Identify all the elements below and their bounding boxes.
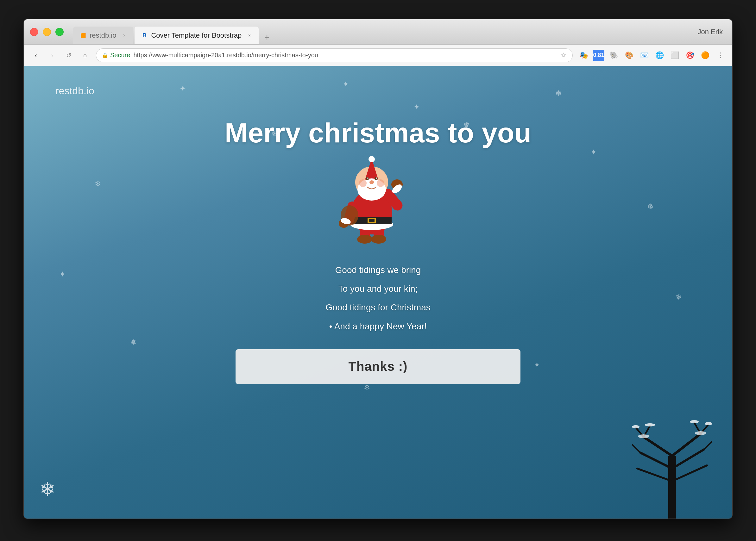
svg-point-48 bbox=[690, 420, 699, 423]
star-icon[interactable]: ☆ bbox=[560, 51, 567, 60]
svg-line-37 bbox=[672, 465, 707, 481]
svg-rect-8 bbox=[369, 219, 375, 222]
main-title: Merry christmas to you bbox=[225, 117, 531, 149]
extension-icon-6[interactable]: 🌐 bbox=[654, 50, 665, 61]
tab-favicon-bootstrap: B bbox=[141, 32, 148, 39]
nav-actions: 🎭 0.81 🐘 🎨 📧 🌐 ⬜ 🎯 🟠 ⋮ bbox=[578, 50, 726, 61]
add-tab-button[interactable]: + bbox=[260, 30, 274, 44]
svg-point-47 bbox=[705, 422, 712, 425]
svg-line-34 bbox=[637, 469, 672, 481]
maximize-button[interactable] bbox=[55, 28, 64, 36]
page-logo: restdb.io bbox=[55, 85, 94, 97]
lock-icon: 🔒 bbox=[102, 52, 108, 58]
forward-button[interactable]: › bbox=[47, 50, 58, 61]
forward-icon: › bbox=[51, 52, 54, 59]
snowflake-2: ✦ bbox=[413, 103, 420, 111]
lyrics: Good tidings we bring To you and your ki… bbox=[325, 260, 430, 336]
svg-line-33 bbox=[640, 453, 672, 469]
snowflake-9: ❄ bbox=[676, 292, 682, 301]
lyric-line-4: • And a happy New Year! bbox=[325, 318, 430, 335]
santa-illustration bbox=[337, 155, 419, 250]
tab-bootstrap-cover[interactable]: B Cover Template for Bootstrap × bbox=[135, 27, 259, 44]
extension-icon-3[interactable]: 🐘 bbox=[608, 50, 620, 61]
lyric-line-3: Good tidings for Christmas bbox=[325, 299, 430, 316]
snowflake-12: ❄ bbox=[364, 383, 370, 392]
svg-point-26 bbox=[367, 178, 369, 179]
snowflake-6: ❄ bbox=[95, 179, 101, 188]
home-button[interactable]: ⌂ bbox=[79, 50, 91, 61]
secure-label: Secure bbox=[110, 52, 130, 59]
snowflake-3: ❄ bbox=[555, 89, 562, 98]
extension-icon-4[interactable]: 🎨 bbox=[623, 50, 635, 61]
svg-point-24 bbox=[366, 177, 369, 180]
url-display: https://www-multicampaign-20a1.restdb.io… bbox=[133, 52, 318, 59]
tab-favicon-restdb: 🟧 bbox=[79, 32, 86, 39]
svg-point-27 bbox=[376, 178, 377, 179]
tab-label-bootstrap: Cover Template for Bootstrap bbox=[151, 31, 242, 40]
svg-point-3 bbox=[371, 235, 386, 244]
extension-icon-8[interactable]: 🎯 bbox=[684, 50, 696, 61]
svg-point-30 bbox=[377, 179, 384, 187]
extension-icon-7[interactable]: ⬜ bbox=[669, 50, 680, 61]
tabs-area: 🟧 restdb.io × B Cover Template for Boots… bbox=[73, 19, 726, 44]
svg-point-49 bbox=[695, 431, 706, 435]
svg-point-28 bbox=[369, 180, 374, 184]
svg-point-46 bbox=[638, 434, 649, 438]
address-bar[interactable]: 🔒 Secure https://www-multicampaign-20a1.… bbox=[96, 48, 573, 62]
thanks-button[interactable]: Thanks :) bbox=[236, 349, 520, 384]
title-bar: 🟧 restdb.io × B Cover Template for Boots… bbox=[24, 19, 732, 45]
traffic-lights bbox=[30, 28, 64, 36]
extension-icon-5[interactable]: 📧 bbox=[639, 50, 650, 61]
back-button[interactable]: ‹ bbox=[30, 50, 41, 61]
svg-line-40 bbox=[633, 445, 640, 453]
large-snowflake: ❄ bbox=[40, 478, 55, 500]
santa-svg bbox=[337, 155, 406, 247]
svg-point-2 bbox=[357, 235, 372, 244]
svg-point-29 bbox=[359, 179, 367, 187]
tab-close-restdb[interactable]: × bbox=[121, 33, 127, 38]
svg-point-45 bbox=[645, 423, 655, 426]
browser-window: 🟧 restdb.io × B Cover Template for Boots… bbox=[23, 19, 733, 519]
home-icon: ⌂ bbox=[83, 52, 87, 59]
user-name: Jon Erik bbox=[698, 28, 723, 36]
menu-button[interactable]: ⋮ bbox=[715, 50, 726, 61]
svg-line-43 bbox=[704, 442, 712, 450]
extension-icon-2[interactable]: 0.81 bbox=[593, 50, 604, 61]
snowflake-11: ✦ bbox=[534, 361, 540, 369]
back-icon: ‹ bbox=[35, 52, 37, 59]
snowflake-13: ✦ bbox=[343, 80, 349, 89]
tab-close-bootstrap[interactable]: × bbox=[247, 33, 252, 38]
svg-point-25 bbox=[375, 177, 378, 180]
lyric-line-2: To you and your kin; bbox=[325, 280, 430, 297]
svg-line-35 bbox=[672, 434, 701, 456]
secure-badge: 🔒 Secure bbox=[102, 52, 130, 59]
snowflake-8: ✦ bbox=[59, 270, 66, 279]
extension-icon-1[interactable]: 🎭 bbox=[578, 50, 589, 61]
svg-point-44 bbox=[632, 425, 639, 428]
reload-icon: ↺ bbox=[66, 52, 72, 59]
winter-tree bbox=[631, 405, 713, 519]
snowflake-10: ❅ bbox=[130, 338, 136, 347]
page-content: ✦ ✦ ❄ ❅ ✦ ❄ ❅ ✦ ❄ ❅ ✦ ❄ ✦ ❅ restdb.io Me… bbox=[24, 66, 732, 519]
lyric-line-1: Good tidings we bring bbox=[325, 262, 430, 278]
extension-icon-9[interactable]: 🟠 bbox=[699, 50, 711, 61]
minimize-button[interactable] bbox=[43, 28, 51, 36]
snowflake-1: ✦ bbox=[180, 84, 186, 93]
tab-restdb[interactable]: 🟧 restdb.io × bbox=[73, 27, 133, 44]
tab-label-restdb: restdb.io bbox=[90, 31, 116, 40]
svg-point-20 bbox=[369, 156, 375, 162]
snowflake-7: ❅ bbox=[647, 202, 653, 211]
reload-button[interactable]: ↺ bbox=[63, 50, 74, 61]
svg-rect-31 bbox=[668, 456, 676, 519]
close-button[interactable] bbox=[30, 28, 38, 36]
snowflake-5: ✦ bbox=[590, 148, 597, 157]
nav-bar: ‹ › ↺ ⌂ 🔒 Secure https://www-multicampai… bbox=[24, 45, 732, 66]
svg-line-32 bbox=[644, 437, 672, 456]
